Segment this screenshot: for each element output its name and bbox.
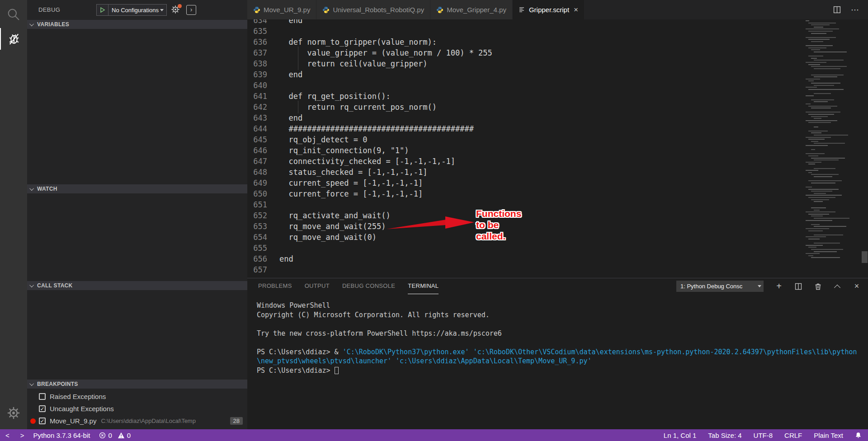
problems-status[interactable]: 0 0 (99, 432, 131, 439)
bell-icon[interactable] (855, 432, 862, 439)
add-terminal-icon[interactable]: + (775, 282, 783, 291)
maximize-panel-icon[interactable] (833, 282, 841, 291)
line-number[interactable]: 645 (247, 135, 267, 144)
code-line[interactable]: 639 end (247, 69, 492, 80)
editor-tab[interactable]: Gripper.script × (513, 0, 585, 19)
code-line[interactable]: 646 rq_init_connection(9, "1") (247, 145, 492, 156)
line-number[interactable]: 652 (247, 211, 267, 220)
code-line[interactable]: 652 rq_activate_and_wait() (247, 210, 492, 221)
editor-tab[interactable]: Move_UR_9.py (247, 0, 316, 19)
line-number[interactable]: 654 (247, 233, 267, 242)
breakpoint-row[interactable]: ✓ Raised Exceptions (27, 390, 247, 403)
minimap[interactable] (806, 20, 856, 263)
kill-terminal-icon[interactable] (814, 282, 822, 291)
navigate-back-button[interactable]: < (5, 432, 9, 439)
eol-status[interactable]: CRLF (784, 432, 802, 439)
line-number[interactable]: 636 (247, 38, 267, 47)
line-number[interactable]: 651 (247, 200, 267, 209)
code-line[interactable]: 655 (247, 243, 492, 253)
tab-size-status[interactable]: Tab Size: 4 (708, 432, 741, 439)
settings-gear-icon[interactable] (0, 402, 27, 424)
start-play-icon[interactable] (97, 5, 108, 15)
panel-tab[interactable]: DEBUG CONSOLE (342, 278, 395, 294)
code-line[interactable]: 651 (247, 199, 492, 210)
code-line[interactable]: 635 (247, 26, 492, 37)
editor-scrollbar-thumb[interactable] (862, 251, 868, 263)
line-number[interactable]: 656 (247, 254, 267, 263)
breakpoint-row[interactable]: ✓ Uncaught Exceptions (27, 403, 247, 415)
line-number[interactable]: 653 (247, 222, 267, 231)
code-line[interactable]: 654 rq_move_and_wait(0) (247, 232, 492, 243)
dropdown-caret-icon (758, 285, 761, 287)
editor-tab[interactable]: Universal_Robots_RobotiQ.py (316, 0, 430, 19)
split-terminal-icon[interactable] (794, 282, 802, 291)
open-console-icon[interactable]: › (186, 5, 196, 15)
code-line[interactable]: 636 def norm_to_gripper(value_norm): (247, 37, 492, 47)
code-line[interactable]: 638 return ceil(value_gripper) (247, 58, 492, 69)
breakpoint-checkbox[interactable]: ✓ (39, 405, 46, 412)
code-line[interactable]: 653 rq_move_and_wait(255) (247, 221, 492, 232)
line-number[interactable]: 647 (247, 157, 267, 166)
line-number[interactable]: 635 (247, 27, 267, 36)
code-line[interactable]: 640 (247, 80, 492, 91)
panel-tab[interactable]: TERMINAL (408, 278, 439, 294)
split-editor-icon[interactable] (833, 6, 841, 14)
line-number[interactable]: 648 (247, 168, 267, 177)
code-line[interactable]: 647 connectivity_checked = [-1,-1,-1,-1] (247, 156, 492, 167)
code-line[interactable]: 648 status_checked = [-1,-1,-1,-1] (247, 167, 492, 178)
terminal-select-dropdown[interactable]: 1: Python Debug Consc (676, 281, 764, 292)
line-number[interactable]: 650 (247, 189, 267, 198)
panel-tab[interactable]: PROBLEMS (258, 278, 292, 294)
code-line[interactable]: 641 def rq_get_position(): (247, 91, 492, 102)
line-number[interactable]: 640 (247, 81, 267, 90)
line-number[interactable]: 643 (247, 113, 267, 122)
line-number[interactable]: 642 (247, 103, 267, 112)
code-line[interactable]: 656 end (247, 253, 492, 264)
navigate-forward-button[interactable]: > (20, 432, 24, 439)
terminal-line (257, 319, 863, 329)
section-watch[interactable]: WATCH (27, 184, 247, 193)
code-line[interactable]: 642 return rq_current_pos_norm() (247, 102, 492, 113)
line-number[interactable]: 646 (247, 146, 267, 155)
debug-icon[interactable] (0, 28, 27, 50)
configure-gear-icon[interactable] (171, 5, 181, 15)
line-text: value_gripper = (value_norm / 100) * 255 (279, 48, 492, 57)
code-line[interactable]: 645 rq_obj_detect = 0 (247, 134, 492, 145)
more-actions-icon[interactable]: ⋯ (851, 5, 860, 15)
code-line[interactable]: 650 current_force = [-1,-1,-1,-1] (247, 188, 492, 199)
line-number[interactable]: 657 (247, 265, 267, 274)
code-line[interactable]: 657 (247, 264, 492, 275)
code-line[interactable]: 634 end (247, 19, 492, 26)
line-number[interactable]: 639 (247, 70, 267, 79)
section-call-stack[interactable]: CALL STACK (27, 281, 247, 290)
close-icon[interactable]: × (574, 5, 578, 14)
breakpoint-checkbox[interactable]: ✓ (39, 418, 46, 424)
line-number[interactable]: 644 (247, 124, 267, 133)
python-interpreter-status[interactable]: Python 3.7.3 64-bit (33, 432, 90, 439)
line-text: end (279, 113, 302, 122)
search-icon[interactable] (0, 4, 27, 25)
close-panel-icon[interactable]: × (853, 282, 861, 291)
code-line[interactable]: 649 current_speed = [-1,-1,-1,-1] (247, 178, 492, 188)
breakpoint-row[interactable]: ✓ Move_UR_9.py C:\Users\ddiaz\AppData\Lo… (27, 415, 247, 427)
code-line[interactable]: 644 ####################################… (247, 123, 492, 134)
panel-tab[interactable]: OUTPUT (305, 278, 330, 294)
line-number[interactable]: 634 (247, 19, 267, 25)
language-mode-status[interactable]: Plain Text (814, 432, 843, 439)
debug-config-dropdown[interactable]: No Configurations (96, 4, 167, 16)
code-line[interactable]: 637 value_gripper = (value_norm / 100) *… (247, 47, 492, 58)
line-number[interactable]: 637 (247, 48, 267, 57)
breakpoint-checkbox[interactable]: ✓ (39, 393, 46, 400)
encoding-status[interactable]: UTF-8 (754, 432, 773, 439)
line-number[interactable]: 649 (247, 178, 267, 188)
code-line[interactable]: 643 end (247, 113, 492, 123)
section-variables[interactable]: VARIABLES (27, 20, 247, 29)
terminal-output[interactable]: Windows PowerShell Copyright (C) Microso… (257, 301, 863, 375)
cursor-position-status[interactable]: Ln 1, Col 1 (664, 432, 697, 439)
code-editor[interactable]: 634 end 635 636 def norm_to_gripper(valu… (247, 19, 868, 278)
line-number[interactable]: 638 (247, 59, 267, 68)
line-number[interactable]: 655 (247, 244, 267, 253)
line-number[interactable]: 641 (247, 92, 267, 101)
section-breakpoints[interactable]: BREAKPOINTS (27, 380, 247, 389)
editor-tab[interactable]: Move_Gripper_4.py (430, 0, 513, 19)
